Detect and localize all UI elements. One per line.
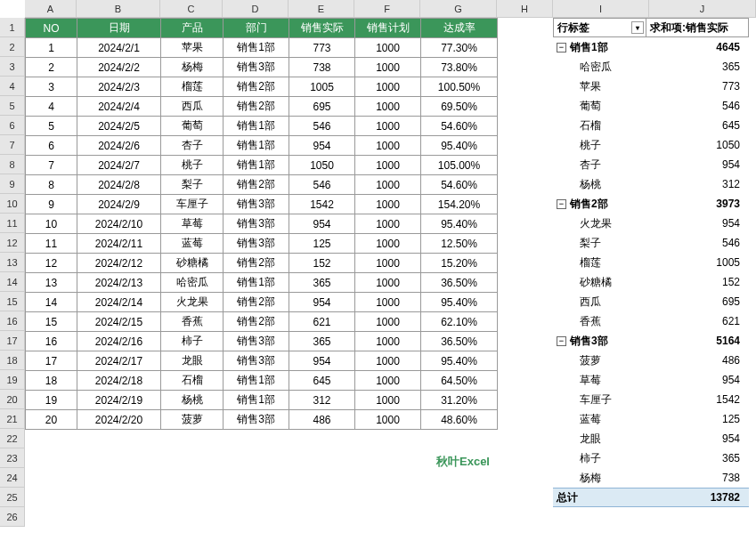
cell-actual[interactable]: 365 xyxy=(289,332,355,351)
cell-date[interactable]: 2024/2/9 xyxy=(77,195,161,214)
pivot-item[interactable]: 杨桃312 xyxy=(553,174,749,194)
cell-date[interactable]: 2024/2/10 xyxy=(77,214,161,234)
cell-dept[interactable]: 销售2部 xyxy=(224,254,289,273)
cell-plan[interactable]: 1000 xyxy=(355,77,421,97)
row-header-5[interactable]: 5 xyxy=(0,96,25,116)
pivot-item[interactable]: 梨子546 xyxy=(553,233,749,253)
filter-dropdown-icon[interactable]: ▾ xyxy=(631,21,644,34)
pivot-item[interactable]: 葡萄546 xyxy=(553,96,749,116)
cell-rate[interactable]: 95.40% xyxy=(421,351,498,371)
pivot-item[interactable]: 香蕉621 xyxy=(553,311,749,331)
cell-actual[interactable]: 1005 xyxy=(289,77,355,97)
cell-dept[interactable]: 销售1部 xyxy=(224,136,289,156)
cell-rate[interactable]: 100.50% xyxy=(421,77,498,97)
cell-no[interactable]: 4 xyxy=(26,97,77,117)
row-header-26[interactable]: 26 xyxy=(0,507,25,527)
cell-date[interactable]: 2024/2/19 xyxy=(77,391,161,410)
cell-no[interactable]: 18 xyxy=(26,371,77,391)
cell-actual[interactable]: 954 xyxy=(289,136,355,156)
cell-product[interactable]: 杨桃 xyxy=(161,391,224,410)
pivot-item[interactable]: 桃子1050 xyxy=(553,135,749,155)
cell-rate[interactable]: 54.60% xyxy=(421,175,498,195)
cell-plan[interactable]: 1000 xyxy=(355,332,421,351)
cell-actual[interactable]: 954 xyxy=(289,293,355,312)
cell-dept[interactable]: 销售1部 xyxy=(224,117,289,136)
row-header-17[interactable]: 17 xyxy=(0,331,25,351)
col-header-G[interactable]: G xyxy=(420,0,497,18)
pivot-item[interactable]: 龙眼954 xyxy=(553,429,749,448)
cell-rate[interactable]: 48.60% xyxy=(421,410,498,430)
cell-no[interactable]: 3 xyxy=(26,77,77,97)
cell-actual[interactable]: 125 xyxy=(289,234,355,254)
cell-date[interactable]: 2024/2/11 xyxy=(77,234,161,254)
cell-rate[interactable]: 95.40% xyxy=(421,136,498,156)
cell-actual[interactable]: 621 xyxy=(289,312,355,332)
cell-no[interactable]: 15 xyxy=(26,312,77,332)
cell-dept[interactable]: 销售3部 xyxy=(224,351,289,371)
cell-plan[interactable]: 1000 xyxy=(355,234,421,254)
row-header-18[interactable]: 18 xyxy=(0,351,25,370)
cell-rate[interactable]: 54.60% xyxy=(421,117,498,136)
header-plan[interactable]: 销售计划 xyxy=(355,19,421,38)
cell-dept[interactable]: 销售3部 xyxy=(224,214,289,234)
collapse-icon[interactable]: − xyxy=(557,199,566,209)
cell-date[interactable]: 2024/2/17 xyxy=(77,351,161,371)
cell-date[interactable]: 2024/2/4 xyxy=(77,97,161,117)
collapse-icon[interactable]: − xyxy=(557,43,566,52)
header-product[interactable]: 产品 xyxy=(161,19,224,38)
row-header-22[interactable]: 22 xyxy=(0,429,25,448)
cell-rate[interactable]: 36.50% xyxy=(421,332,498,351)
cell-date[interactable]: 2024/2/12 xyxy=(77,254,161,273)
cell-dept[interactable]: 销售3部 xyxy=(224,332,289,351)
row-header-16[interactable]: 16 xyxy=(0,311,25,331)
row-header-9[interactable]: 9 xyxy=(0,174,25,194)
cell-plan[interactable]: 1000 xyxy=(355,273,421,293)
pivot-item[interactable]: 草莓954 xyxy=(553,370,749,390)
cell-rate[interactable]: 64.50% xyxy=(421,371,498,391)
cell-plan[interactable]: 1000 xyxy=(355,410,421,430)
cell-plan[interactable]: 1000 xyxy=(355,97,421,117)
cell-product[interactable]: 火龙果 xyxy=(161,293,224,312)
cell-no[interactable]: 5 xyxy=(26,117,77,136)
col-header-E[interactable]: E xyxy=(289,0,354,18)
cell-date[interactable]: 2024/2/2 xyxy=(77,58,161,77)
cell-no[interactable]: 12 xyxy=(26,254,77,273)
pivot-item[interactable]: 杨梅738 xyxy=(553,468,749,488)
cell-no[interactable]: 11 xyxy=(26,234,77,254)
cell-product[interactable]: 苹果 xyxy=(161,38,224,58)
cell-date[interactable]: 2024/2/14 xyxy=(77,293,161,312)
header-date[interactable]: 日期 xyxy=(77,19,161,38)
cell-rate[interactable]: 95.40% xyxy=(421,214,498,234)
header-no[interactable]: NO xyxy=(26,19,77,38)
cell-plan[interactable]: 1000 xyxy=(355,214,421,234)
cell-dept[interactable]: 销售1部 xyxy=(224,156,289,175)
col-header-C[interactable]: C xyxy=(160,0,223,18)
row-header-10[interactable]: 10 xyxy=(0,194,25,214)
pivot-group[interactable]: −销售1部4645 xyxy=(553,37,749,57)
cell-dept[interactable]: 销售3部 xyxy=(224,234,289,254)
row-header-24[interactable]: 24 xyxy=(0,468,25,488)
cell-date[interactable]: 2024/2/6 xyxy=(77,136,161,156)
cell-rate[interactable]: 95.40% xyxy=(421,293,498,312)
cell-date[interactable]: 2024/2/20 xyxy=(77,410,161,430)
cell-rate[interactable]: 62.10% xyxy=(421,312,498,332)
pivot-item[interactable]: 蓝莓125 xyxy=(553,409,749,429)
cell-dept[interactable]: 销售2部 xyxy=(224,77,289,97)
header-dept[interactable]: 部门 xyxy=(224,19,289,38)
col-header-J[interactable]: J xyxy=(649,0,756,18)
cell-no[interactable]: 13 xyxy=(26,273,77,293)
cell-plan[interactable]: 1000 xyxy=(355,136,421,156)
cell-rate[interactable]: 12.50% xyxy=(421,234,498,254)
cell-rate[interactable]: 31.20% xyxy=(421,391,498,410)
row-header-8[interactable]: 8 xyxy=(0,155,25,174)
cell-dept[interactable]: 销售2部 xyxy=(224,175,289,195)
cell-product[interactable]: 桃子 xyxy=(161,156,224,175)
cell-product[interactable]: 草莓 xyxy=(161,214,224,234)
pivot-item[interactable]: 柿子365 xyxy=(553,448,749,468)
cell-product[interactable]: 蓝莓 xyxy=(161,234,224,254)
pivot-item[interactable]: 菠萝486 xyxy=(553,351,749,370)
cell-date[interactable]: 2024/2/8 xyxy=(77,175,161,195)
row-header-4[interactable]: 4 xyxy=(0,77,25,96)
row-header-25[interactable]: 25 xyxy=(0,488,25,507)
cell-plan[interactable]: 1000 xyxy=(355,58,421,77)
